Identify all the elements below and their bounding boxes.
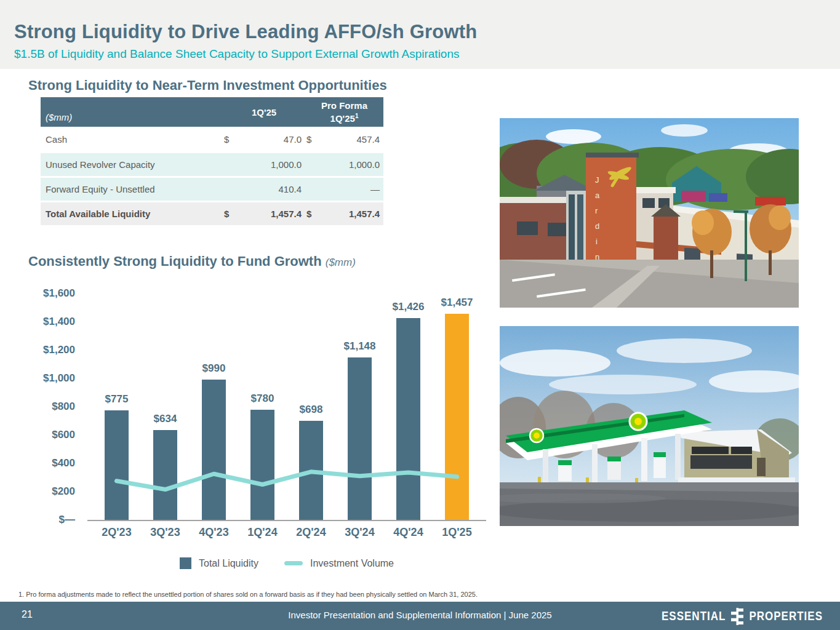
table-cell: Unused Revolver Capacity	[41, 151, 223, 176]
table-row: Cash$47.0$457.4	[41, 127, 383, 151]
table-cell: $	[223, 201, 244, 225]
investment-volume-line	[92, 293, 481, 520]
property-photo-gas-station	[500, 326, 799, 526]
table-cell: —	[331, 176, 383, 201]
page-subtitle: $1.5B of Liquidity and Balance Sheet Cap…	[14, 47, 459, 61]
table-cell	[223, 176, 244, 201]
y-axis-tick-label: $1,600	[21, 287, 75, 300]
table-cell: 1,457.4	[244, 201, 305, 225]
table-cell	[305, 151, 331, 176]
page-title: Strong Liquidity to Drive Leading AFFO/s…	[14, 21, 477, 43]
table-section-heading: Strong Liquidity to Near-Term Investment…	[28, 78, 387, 94]
y-axis-tick-label: $200	[21, 485, 75, 498]
table-row: Unused Revolver Capacity1,000.01,000.0	[41, 151, 383, 176]
property-photo-daycare: J a r d i n	[500, 118, 799, 308]
table-cell: $	[305, 127, 331, 151]
table-col-proforma: Pro Forma 1Q'251	[305, 97, 383, 127]
bar-swatch-icon	[180, 557, 191, 569]
logo-word-properties: PROPERTIES	[749, 610, 823, 624]
table-cell: $	[223, 127, 244, 151]
table-cell: 47.0	[244, 127, 305, 151]
table-cell	[305, 176, 331, 201]
chart-legend: Total Liquidity Investment Volume	[92, 557, 481, 569]
table-cell: Total Available Liquidity	[41, 201, 223, 225]
x-axis-tick-label: 2Q'23	[92, 526, 141, 539]
table-cell: Cash	[41, 127, 223, 151]
x-axis-tick-label: 2Q'24	[287, 526, 335, 539]
x-axis-tick-label: 3Q'24	[335, 526, 384, 539]
x-axis-tick-label: 1Q'24	[238, 526, 287, 539]
table-cell: 410.4	[244, 176, 305, 201]
line-swatch-icon	[284, 561, 303, 565]
company-logo: ESSENTIAL PROPERTIES	[662, 608, 823, 625]
y-axis-tick-label: $—	[21, 513, 75, 527]
table-unit-label: ($mm)	[41, 97, 223, 127]
liquidity-bar-chart: $1,600$1,400$1,200$1,000$800$600$400$200…	[21, 288, 481, 583]
y-axis-tick-label: $1,200	[21, 343, 75, 357]
table-cell: Forward Equity - Unsettled	[41, 176, 223, 201]
x-axis-tick-label: 1Q'25	[433, 526, 481, 539]
table-cell: 1,457.4	[331, 201, 383, 225]
liquidity-table: ($mm) 1Q'25 Pro Forma 1Q'251 Cash$47.0$4…	[41, 97, 383, 225]
logo-word-essential: ESSENTIAL	[662, 610, 726, 624]
table-col-1q25: 1Q'25	[223, 97, 305, 127]
x-axis-line	[87, 520, 486, 521]
liquidity-table-header-row: ($mm) 1Q'25 Pro Forma 1Q'251	[41, 97, 383, 127]
x-axis-tick-label: 3Q'23	[141, 526, 190, 539]
y-axis-tick-label: $600	[21, 428, 75, 442]
y-axis-tick-label: $400	[21, 457, 75, 470]
x-axis-labels: 2Q'233Q'234Q'231Q'242Q'243Q'244Q'241Q'25	[92, 526, 481, 541]
chart-section-heading: Consistently Strong Liquidity to Fund Gr…	[28, 253, 356, 269]
x-axis-tick-label: 4Q'24	[384, 526, 433, 539]
table-cell: 1,000.0	[331, 151, 383, 176]
y-axis-tick-label: $800	[21, 400, 75, 413]
svg-text:d: d	[595, 221, 599, 231]
chart-unit-label: ($mm)	[326, 257, 356, 268]
y-axis-tick-label: $1,400	[21, 315, 75, 329]
table-cell: $	[305, 201, 331, 225]
legend-item-total-liquidity: Total Liquidity	[180, 557, 258, 569]
table-cell: 457.4	[331, 127, 383, 151]
svg-text:a: a	[595, 191, 600, 200]
footer-bar: 21 Investor Presentation and Supplementa…	[0, 602, 840, 630]
legend-item-investment-volume: Investment Volume	[284, 558, 394, 569]
x-axis-tick-label: 4Q'23	[190, 526, 238, 539]
y-axis-tick-label: $1,000	[21, 372, 75, 385]
svg-text:i: i	[596, 237, 598, 246]
table-cell: 1,000.0	[244, 151, 305, 176]
table-cell	[223, 151, 244, 176]
chart-plot-area: $775$634$990$780$698$1,148$1,426$1,457	[92, 293, 481, 520]
table-row: Total Available Liquidity$1,457.4$1,457.…	[41, 201, 383, 225]
svg-text:r: r	[595, 206, 598, 215]
footnote: 1. Pro forma adjustments made to reflect…	[18, 591, 478, 598]
svg-text:J: J	[595, 175, 599, 185]
essential-properties-logo-icon	[730, 608, 744, 625]
table-row: Forward Equity - Unsettled410.4—	[41, 176, 383, 201]
header-band: Strong Liquidity to Drive Leading AFFO/s…	[0, 0, 840, 69]
